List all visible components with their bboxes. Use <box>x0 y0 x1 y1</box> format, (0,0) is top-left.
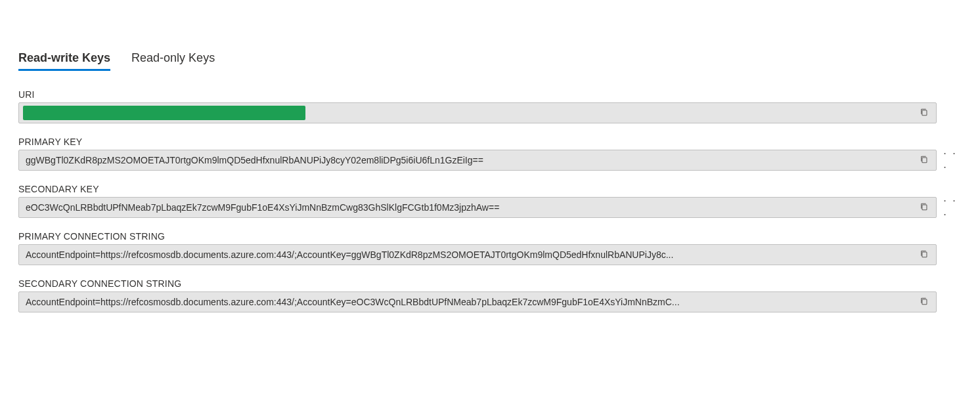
svg-rect-1 <box>922 157 927 162</box>
svg-rect-0 <box>922 110 927 115</box>
primary-key-input[interactable] <box>26 155 914 165</box>
copy-icon <box>920 155 929 166</box>
secondary-key-input[interactable] <box>26 202 914 213</box>
secondary-conn-label: SECONDARY CONNECTION STRING <box>18 278 962 289</box>
uri-input-wrap <box>18 102 937 123</box>
uri-label: URI <box>18 89 962 100</box>
tab-read-write-keys[interactable]: Read-write Keys <box>18 51 110 71</box>
more-icon: · · · <box>943 194 962 221</box>
primary-key-more-button[interactable]: · · · <box>943 151 962 169</box>
svg-rect-2 <box>922 204 927 209</box>
secondary-key-label: SECONDARY KEY <box>18 184 962 194</box>
primary-key-label: PRIMARY KEY <box>18 137 962 147</box>
copy-icon <box>920 108 929 119</box>
secondary-conn-field-group: SECONDARY CONNECTION STRING <box>18 278 962 312</box>
primary-conn-input[interactable] <box>26 249 914 260</box>
copy-secondary-conn-button[interactable] <box>918 295 931 309</box>
secondary-conn-input[interactable] <box>26 297 914 307</box>
secondary-conn-input-wrap <box>18 291 937 312</box>
secondary-key-more-button[interactable]: · · · <box>943 198 962 217</box>
copy-secondary-key-button[interactable] <box>918 201 931 214</box>
primary-key-input-wrap <box>18 150 937 171</box>
copy-icon <box>920 202 929 213</box>
copy-icon <box>920 297 929 308</box>
svg-rect-3 <box>922 251 927 257</box>
copy-primary-key-button[interactable] <box>918 154 931 167</box>
copy-primary-conn-button[interactable] <box>918 248 931 261</box>
uri-redaction <box>23 106 305 120</box>
primary-key-field-group: PRIMARY KEY · · · <box>18 137 962 171</box>
svg-rect-4 <box>922 299 927 304</box>
copy-uri-button[interactable] <box>918 106 931 119</box>
copy-icon <box>920 249 929 261</box>
keys-tabs: Read-write Keys Read-only Keys <box>18 51 962 71</box>
more-icon: · · · <box>943 146 962 174</box>
tab-read-only-keys[interactable]: Read-only Keys <box>131 51 215 71</box>
primary-conn-field-group: PRIMARY CONNECTION STRING <box>18 231 962 265</box>
secondary-key-field-group: SECONDARY KEY · · · <box>18 184 962 218</box>
primary-conn-label: PRIMARY CONNECTION STRING <box>18 231 962 242</box>
uri-field-group: URI <box>18 89 962 123</box>
secondary-key-input-wrap <box>18 197 937 218</box>
primary-conn-input-wrap <box>18 244 937 265</box>
